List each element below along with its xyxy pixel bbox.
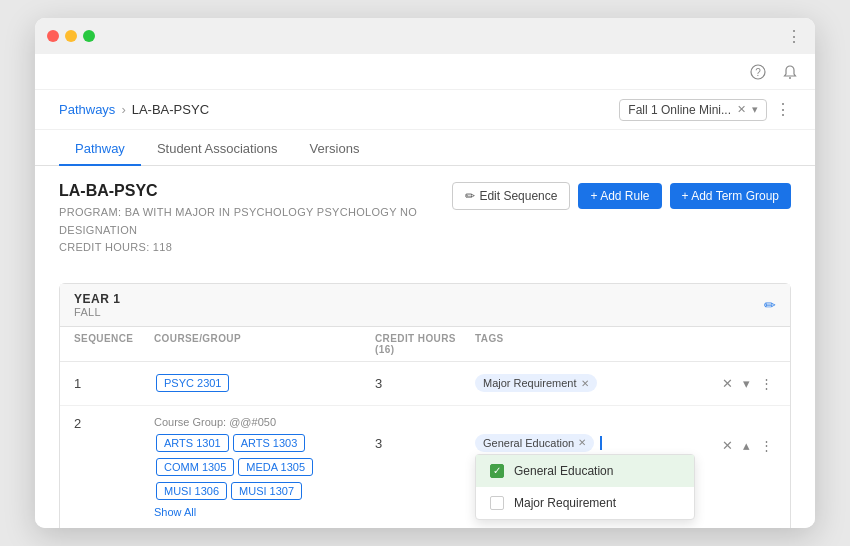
year-block: YEAR 1 FALL ✏ SEQUENCE COURSE/GROUP CRED… [59,283,791,528]
tag-dropdown-menu: ✓ General Education Major Requirement [475,454,695,520]
notification-icon[interactable] [781,63,799,81]
course-chip-musi1306[interactable]: MUSI 1306 [156,482,227,500]
row1-tag-label: Major Requirement [483,377,577,389]
row1-courses: PSYC 2301 [154,372,375,394]
table-row: 2 Course Group: @@#050 ARTS 1301 ARTS 13… [60,406,790,528]
row1-chevron-icon[interactable]: ▾ [740,374,753,393]
row2-tag-label: General Education [483,437,574,449]
course-chip-meda1305[interactable]: MEDA 1305 [238,458,313,476]
row2-chips-row3: MUSI 1306 MUSI 1307 [154,480,375,502]
action-buttons: ✏ Edit Sequence + Add Rule + Add Term Gr… [452,182,791,210]
filter-pill[interactable]: Fall 1 Online Mini... ✕ ▾ [619,99,767,121]
checkbox-major-requirement[interactable] [490,496,504,510]
course-chip-arts1303[interactable]: ARTS 1303 [233,434,306,452]
add-rule-label: + Add Rule [590,189,649,203]
add-rule-button[interactable]: + Add Rule [578,183,661,209]
svg-point-2 [789,77,791,79]
row1-actions: ✕ ▾ ⋮ [696,374,776,393]
help-icon[interactable]: ? [749,63,767,81]
edit-sequence-label: Edit Sequence [479,189,557,203]
course-chip-comm1305[interactable]: COMM 1305 [156,458,234,476]
th-course-group: COURSE/GROUP [154,333,375,355]
row2-chevron-up-icon[interactable]: ▴ [740,436,753,455]
tag-input-cursor [600,436,602,450]
main-window: ⋮ ? Pathways › LA-BA-PSYC [35,18,815,528]
breadcrumb-current: LA-BA-PSYC [132,102,209,117]
close-button[interactable] [47,30,59,42]
header-right: Fall 1 Online Mini... ✕ ▾ ⋮ [619,99,791,121]
header-more-icon[interactable]: ⋮ [775,100,791,119]
filter-close-icon[interactable]: ✕ [737,103,746,116]
th-credit-hours: CREDIT HOURS (16) [375,333,475,355]
table-row: 1 PSYC 2301 3 Major Requirement ✕ ✕ ▾ ⋮ [60,362,790,406]
table-header: SEQUENCE COURSE/GROUP CREDIT HOURS (16) … [60,327,790,362]
row2-actions: ✕ ▴ ⋮ [696,416,776,455]
course-chip-arts1301[interactable]: ARTS 1301 [156,434,229,452]
row1-credit: 3 [375,376,475,391]
row2-group-label: Course Group: @@#050 [154,416,375,428]
add-term-group-label: + Add Term Group [682,189,780,203]
tabs-bar: Pathway Student Associations Versions [35,130,815,166]
row2-tag-pill: General Education ✕ [475,434,594,452]
main-content: LA-BA-PSYC PROGRAM: BA WITH MAJOR IN PSY… [35,166,815,528]
th-sequence: SEQUENCE [74,333,154,355]
semester-label: FALL [74,306,120,318]
row2-tag-remove-icon[interactable]: ✕ [578,437,586,448]
dropdown-item-label: General Education [514,464,613,478]
checkbox-general-education[interactable]: ✓ [490,464,504,478]
dropdown-item-major-requirement[interactable]: Major Requirement [476,487,694,519]
row1-tag-pill: Major Requirement ✕ [475,374,597,392]
year-label: YEAR 1 [74,292,120,306]
titlebar-menu-icon[interactable]: ⋮ [786,27,803,46]
edit-icon: ✏ [465,189,475,203]
row1-close-icon[interactable]: ✕ [719,374,736,393]
row2-close-icon[interactable]: ✕ [719,436,736,455]
show-all-link[interactable]: Show All [154,506,375,518]
pathway-meta: PROGRAM: BA WITH MAJOR IN PSYCHOLOGY PSY… [59,204,452,257]
filter-chevron-icon[interactable]: ▾ [752,103,758,116]
tab-versions[interactable]: Versions [294,133,376,166]
edit-sequence-button[interactable]: ✏ Edit Sequence [452,182,570,210]
th-tags: TAGS [475,333,696,355]
row2-courses: Course Group: @@#050 ARTS 1301 ARTS 1303… [154,416,375,518]
breadcrumb: Pathways › LA-BA-PSYC [59,102,209,117]
row2-tag-area: General Education ✕ [475,434,696,452]
breadcrumb-pathways-link[interactable]: Pathways [59,102,115,117]
breadcrumb-separator: › [121,102,125,117]
tab-student-associations[interactable]: Student Associations [141,133,294,166]
row2-seq: 2 [74,416,154,431]
row2-chips-row2: COMM 1305 MEDA 1305 [154,456,375,478]
row1-tag-remove-icon[interactable]: ✕ [581,378,589,389]
pathway-meta-line1: PROGRAM: BA WITH MAJOR IN PSYCHOLOGY PSY… [59,204,452,239]
row2-more-icon[interactable]: ⋮ [757,436,776,455]
titlebar: ⋮ [35,18,815,54]
minimize-button[interactable] [65,30,77,42]
year-header: YEAR 1 FALL ✏ [60,284,790,327]
svg-text:?: ? [755,67,761,78]
pathway-header-area: LA-BA-PSYC PROGRAM: BA WITH MAJOR IN PSY… [59,182,791,269]
year-info: YEAR 1 FALL [74,292,120,318]
pathway-title: LA-BA-PSYC [59,182,452,200]
year-edit-icon[interactable]: ✏ [764,297,776,313]
th-actions [696,333,776,355]
row1-seq: 1 [74,376,154,391]
topbar: ? [35,54,815,90]
dropdown-item-label: Major Requirement [514,496,616,510]
add-term-group-button[interactable]: + Add Term Group [670,183,792,209]
topbar-icons: ? [749,63,799,81]
traffic-lights [47,30,95,42]
dropdown-item-general-education[interactable]: ✓ General Education [476,455,694,487]
maximize-button[interactable] [83,30,95,42]
pathway-meta-line2: CREDIT HOURS: 118 [59,239,452,257]
row1-more-icon[interactable]: ⋮ [757,374,776,393]
pathway-info: LA-BA-PSYC PROGRAM: BA WITH MAJOR IN PSY… [59,182,452,269]
course-chip-psyc2301[interactable]: PSYC 2301 [156,374,229,392]
row1-tag-area: Major Requirement ✕ [475,374,696,392]
row2-credit: 3 [375,416,475,451]
course-chip-musi1307[interactable]: MUSI 1307 [231,482,302,500]
row2-chips-row1: ARTS 1301 ARTS 1303 [154,432,375,454]
tab-pathway[interactable]: Pathway [59,133,141,166]
page-header: Pathways › LA-BA-PSYC Fall 1 Online Mini… [35,90,815,130]
row2-tag-section: General Education ✕ ✓ General Education [475,416,696,452]
filter-label: Fall 1 Online Mini... [628,103,731,117]
